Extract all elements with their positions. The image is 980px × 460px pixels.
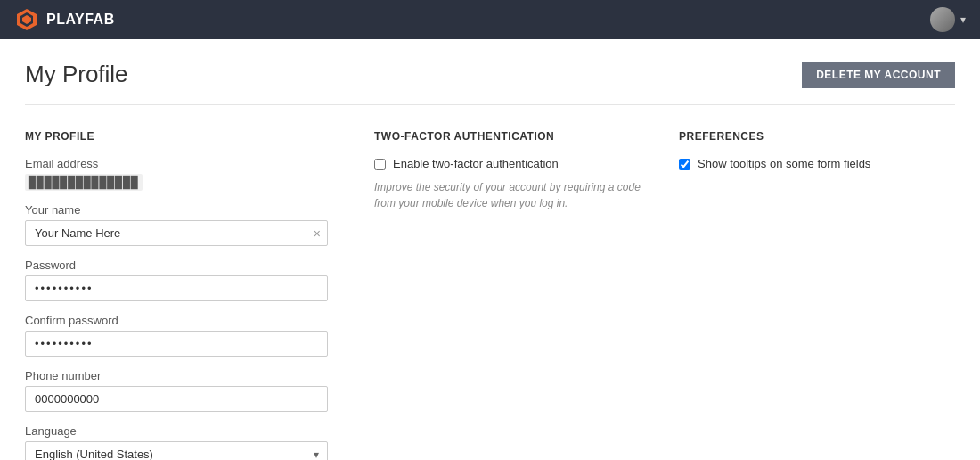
two-factor-checkbox-row: Enable two-factor authentication [374, 157, 650, 170]
name-input[interactable] [25, 220, 328, 246]
phone-input[interactable] [25, 386, 328, 412]
email-field-group: Email address ██████████████ [25, 157, 346, 191]
avatar-image [930, 7, 955, 32]
playfab-logo-icon [14, 7, 39, 32]
user-menu-chevron-icon[interactable]: ▾ [960, 13, 966, 26]
preferences-column: PREFERENCES Show tooltips on some form f… [679, 130, 955, 460]
name-label: Your name [25, 203, 346, 217]
two-factor-description: Improve the security of your account by … [374, 179, 650, 211]
two-factor-checkbox-label[interactable]: Enable two-factor authentication [393, 157, 559, 170]
logo-area: PLAYFAB [14, 7, 115, 32]
delete-account-button[interactable]: DELETE MY ACCOUNT [802, 62, 955, 88]
language-select-wrapper: English (United States) French German Sp… [25, 441, 328, 460]
tooltip-checkbox-row: Show tooltips on some form fields [679, 157, 955, 170]
confirm-password-label: Confirm password [25, 314, 346, 327]
page-container: My Profile DELETE MY ACCOUNT MY PROFILE … [0, 39, 980, 460]
confirm-password-input[interactable] [25, 331, 328, 357]
app-header: PLAYFAB ▾ [0, 0, 980, 39]
email-label: Email address [25, 157, 346, 170]
language-field-group: Language English (United States) French … [25, 424, 346, 460]
two-factor-column: TWO-FACTOR AUTHENTICATION Enable two-fac… [374, 130, 650, 460]
my-profile-section-title: MY PROFILE [25, 130, 346, 143]
password-field-group: Password [25, 259, 346, 301]
header-user-area[interactable]: ▾ [930, 7, 966, 32]
clear-name-icon[interactable]: × [314, 227, 321, 240]
my-profile-column: MY PROFILE Email address ██████████████ … [25, 130, 346, 460]
name-field-group: Your name × [25, 203, 346, 246]
two-factor-checkbox[interactable] [374, 159, 386, 170]
language-label: Language [25, 424, 346, 438]
language-select[interactable]: English (United States) French German Sp… [25, 441, 328, 460]
tooltip-checkbox[interactable] [679, 159, 690, 170]
preferences-section-title: PREFERENCES [679, 130, 955, 143]
confirm-password-field-group: Confirm password [25, 314, 346, 357]
name-input-wrapper: × [25, 220, 328, 246]
email-value: ██████████████ [25, 174, 143, 191]
logo-text: PLAYFAB [46, 12, 115, 28]
avatar[interactable] [930, 7, 955, 32]
page-title: My Profile [25, 61, 128, 88]
phone-label: Phone number [25, 369, 346, 382]
two-factor-section-title: TWO-FACTOR AUTHENTICATION [374, 130, 650, 143]
password-input[interactable] [25, 275, 328, 301]
content-grid: MY PROFILE Email address ██████████████ … [25, 130, 955, 460]
page-title-row: My Profile DELETE MY ACCOUNT [25, 61, 955, 105]
phone-field-group: Phone number [25, 369, 346, 412]
password-label: Password [25, 259, 346, 272]
tooltip-checkbox-label[interactable]: Show tooltips on some form fields [698, 157, 870, 170]
